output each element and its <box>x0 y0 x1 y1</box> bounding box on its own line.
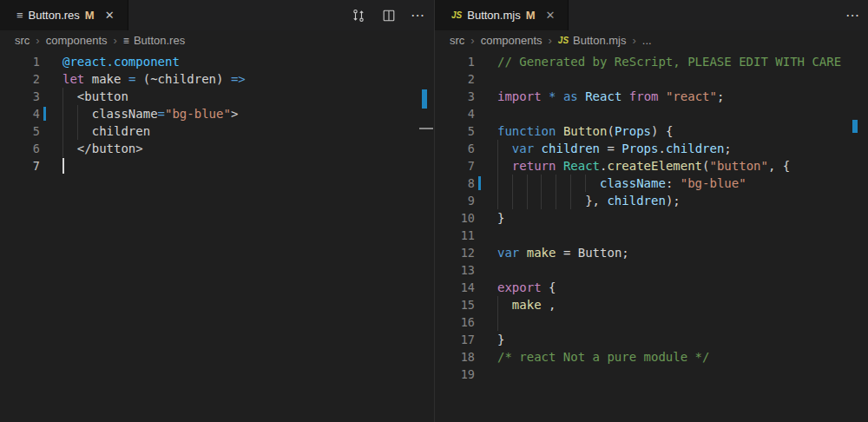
code-line[interactable]: 9 }, children); <box>435 192 868 209</box>
code-line[interactable]: 2 <box>435 70 868 88</box>
code-text: } <box>497 331 504 348</box>
breadcrumb-item[interactable]: src <box>15 34 30 47</box>
code-editor-button-res[interactable]: 1@react.component2let make = (~children)… <box>0 50 434 175</box>
code-line[interactable]: 6 </button> <box>0 140 434 157</box>
code-text: var children = Props.children; <box>497 140 732 157</box>
line-number: 6 <box>0 140 40 157</box>
code-line[interactable]: 2let make = (~children) => <box>0 70 434 88</box>
line-number: 12 <box>435 244 475 261</box>
line-number: 9 <box>435 192 475 209</box>
code-text: /* react Not a pure module */ <box>497 348 709 366</box>
breadcrumb-item[interactable]: ... <box>642 34 652 47</box>
editor-group-left: ≡ Button.res M ✕ <box>0 0 434 422</box>
close-icon[interactable]: ✕ <box>543 8 558 23</box>
tab-label: Button.res <box>29 9 80 22</box>
code-text: }, children); <box>497 192 681 209</box>
line-number: 2 <box>435 70 475 88</box>
code-line[interactable]: 18/* react Not a pure module */ <box>435 348 868 366</box>
code-text: className="bg-blue"> <box>62 105 238 122</box>
code-text: children <box>62 122 150 140</box>
code-text: return React.createElement("button", { <box>497 157 790 175</box>
code-line[interactable]: 4 <box>435 105 868 122</box>
code-text: className: "bg-blue" <box>497 175 746 192</box>
breadcrumb-item[interactable]: components <box>46 34 108 47</box>
js-file-icon: JS <box>451 11 462 20</box>
code-line[interactable]: 16 <box>435 313 868 331</box>
overview-modified-marker <box>422 89 427 109</box>
line-number: 16 <box>435 313 475 331</box>
tab-button-res[interactable]: ≡ Button.res M ✕ <box>0 0 128 30</box>
editor-actions: ⋯ <box>845 0 860 30</box>
line-number: 6 <box>435 140 475 157</box>
code-line[interactable]: 8 className: "bg-blue" <box>435 175 868 192</box>
more-actions-icon[interactable]: ⋯ <box>845 11 860 20</box>
breadcrumb-right: src›components›JSButton.mjs›... <box>435 30 868 50</box>
line-number: 10 <box>435 209 475 227</box>
code-line[interactable]: 4 className="bg-blue"> <box>0 105 434 122</box>
tab-bar-left: ≡ Button.res M ✕ <box>0 0 434 30</box>
more-actions-icon[interactable]: ⋯ <box>411 11 425 20</box>
line-number: 15 <box>435 296 475 313</box>
open-changes-icon[interactable] <box>350 7 367 24</box>
close-icon[interactable]: ✕ <box>102 8 117 23</box>
tab-label: Button.mjs <box>467 9 520 22</box>
line-number: 17 <box>435 331 475 348</box>
breadcrumb-separator: › <box>114 34 117 47</box>
code-line[interactable]: 13 <box>435 261 868 279</box>
code-line[interactable]: 7 return React.createElement("button", { <box>435 157 868 175</box>
breadcrumb-item[interactable]: JSButton.mjs <box>558 34 627 47</box>
code-line[interactable]: 3 <button <box>0 88 434 105</box>
code-text: make , <box>497 296 556 313</box>
code-line[interactable]: 17} <box>435 331 868 348</box>
modified-gutter-marker <box>43 107 46 121</box>
code-line[interactable]: 11 <box>435 227 868 244</box>
overview-cursor-marker <box>419 128 433 129</box>
breadcrumb-left: src›components›≡Button.res <box>0 30 434 50</box>
breadcrumb-separator: › <box>633 34 636 47</box>
line-number: 1 <box>435 53 475 70</box>
line-number: 11 <box>435 227 475 244</box>
code-line[interactable]: 7 <box>0 157 434 175</box>
code-line[interactable]: 1// Generated by ReScript, PLEASE EDIT W… <box>435 53 868 70</box>
editor-group-right: JS Button.mjs M ✕ ⋯ src›components›JSBut… <box>434 0 868 422</box>
code-text: </button> <box>62 140 143 157</box>
line-number: 19 <box>435 366 475 383</box>
line-number: 3 <box>0 88 40 105</box>
breadcrumb-separator: › <box>549 34 552 47</box>
tab-button-mjs[interactable]: JS Button.mjs M ✕ <box>435 0 569 30</box>
code-line[interactable]: 3import * as React from "react"; <box>435 88 868 105</box>
code-text: // Generated by ReScript, PLEASE EDIT WI… <box>497 53 841 70</box>
code-text: var make = Button; <box>497 244 629 261</box>
indent-guide <box>497 313 498 331</box>
code-text: @react.component <box>62 53 180 70</box>
editor-actions: ⋯ <box>350 0 425 30</box>
line-number: 14 <box>435 279 475 296</box>
code-line[interactable]: 14export { <box>435 279 868 296</box>
js-file-icon: JS <box>558 36 569 45</box>
code-line[interactable]: 19 <box>435 366 868 383</box>
line-number: 1 <box>0 53 40 70</box>
line-number: 2 <box>0 70 40 88</box>
code-text: import * as React from "react"; <box>497 88 724 105</box>
line-number: 18 <box>435 348 475 366</box>
breadcrumb-item[interactable]: src <box>450 34 464 47</box>
code-line[interactable]: 12var make = Button; <box>435 244 868 261</box>
code-line[interactable]: 15 make , <box>435 296 868 313</box>
code-text: let make = (~children) => <box>62 70 246 88</box>
code-line[interactable]: 1@react.component <box>0 53 434 70</box>
code-line[interactable]: 5 children <box>0 122 434 140</box>
code-editor-button-mjs[interactable]: 1// Generated by ReScript, PLEASE EDIT W… <box>435 50 868 383</box>
code-line[interactable]: 10} <box>435 209 868 227</box>
line-number: 7 <box>435 157 475 175</box>
line-number: 8 <box>435 175 475 192</box>
code-line[interactable]: 6 var children = Props.children; <box>435 140 868 157</box>
line-number: 5 <box>435 122 475 140</box>
modified-badge: M <box>85 9 95 22</box>
breadcrumb-item[interactable]: components <box>481 34 542 47</box>
code-line[interactable]: 5function Button(Props) { <box>435 122 868 140</box>
line-number: 13 <box>435 261 475 279</box>
breadcrumb-item[interactable]: ≡Button.res <box>123 34 185 47</box>
file-lines-icon: ≡ <box>16 10 23 21</box>
line-number: 4 <box>435 105 475 122</box>
split-editor-icon[interactable] <box>380 7 398 24</box>
